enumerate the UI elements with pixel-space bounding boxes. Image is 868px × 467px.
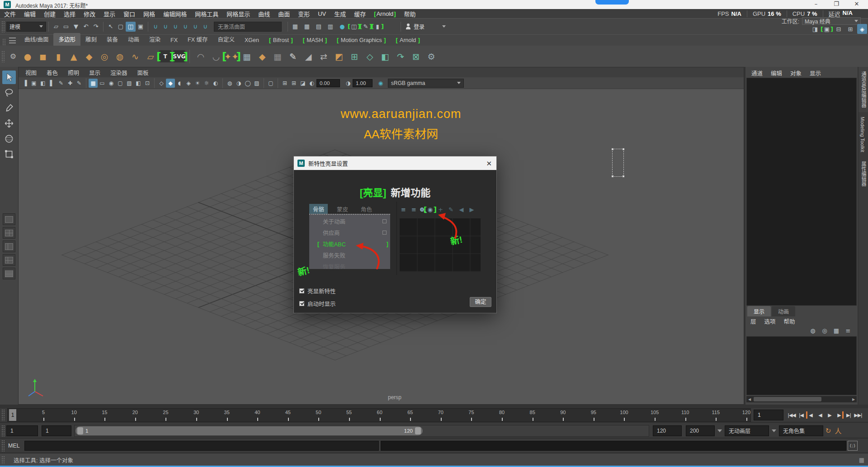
menu-item[interactable]: 曲线	[254, 9, 274, 18]
statusline-icon[interactable]: ∪	[160, 22, 170, 32]
statusline-icon[interactable]: ↶	[81, 22, 91, 32]
playback-start-field[interactable]: 1	[42, 425, 71, 436]
shelf-tab[interactable]: 装备	[102, 33, 123, 46]
statusline-icon[interactable]	[148, 22, 148, 32]
statusline-icon[interactable]: ↷	[91, 22, 101, 32]
menu-item[interactable]: 帮助	[400, 9, 420, 18]
shelf-icon[interactable]: ⇄	[317, 49, 330, 64]
example-menu-item[interactable]: 功能ABC	[309, 239, 390, 249]
range-start-handle[interactable]	[77, 427, 83, 434]
drag-handle[interactable]	[1, 440, 5, 452]
viewport-icon[interactable]: ▣	[29, 79, 38, 88]
shelf-icon[interactable]: ✎	[286, 49, 300, 64]
shelf-icon[interactable]: ◠	[194, 49, 208, 64]
shelf-tab[interactable]: Arnold	[391, 35, 425, 46]
channel-box-content[interactable]	[746, 78, 857, 306]
shelf-menu-icon[interactable]	[9, 38, 16, 43]
layer-editor-icon[interactable]: ▦	[831, 325, 841, 335]
shelf-tab[interactable]: 自定义	[213, 33, 240, 46]
shelf-icon[interactable]: ▦	[240, 49, 254, 64]
statusline-icon[interactable]: ▤	[314, 22, 324, 32]
statusline-icon[interactable]: ▼	[71, 22, 81, 32]
viewport-icon[interactable]: ◍	[225, 79, 234, 88]
scrollbar-thumb[interactable]	[754, 397, 821, 401]
dialog-close-button[interactable]: ✕	[486, 160, 492, 168]
shelf-icon[interactable]: ⚙	[425, 49, 438, 64]
layer-editor-menu-item[interactable]: 帮助	[780, 317, 799, 325]
playback-button[interactable]: |◀	[797, 410, 806, 420]
example-toolbar-icon[interactable]: +	[436, 205, 445, 214]
command-input-field[interactable]	[24, 441, 379, 451]
checkbox-checked[interactable]	[299, 301, 304, 306]
viewport-icon[interactable]: ✎	[75, 79, 84, 88]
viewport-icon[interactable]: ◑	[234, 79, 243, 88]
shelf-icon[interactable]: ▮	[52, 49, 65, 64]
close-button[interactable]: ✕	[850, 0, 863, 9]
channel-box-menu-item[interactable]: 通道	[747, 69, 767, 77]
channel-box-menu-item[interactable]: 显示	[806, 69, 825, 77]
panel-menu-item[interactable]: 照明	[63, 68, 84, 77]
shelf-icon[interactable]: ◎	[98, 49, 111, 64]
viewport-icon[interactable]: ☀	[193, 79, 202, 88]
playback-button[interactable]: ◀	[816, 410, 825, 420]
layout-three-pane-button[interactable]	[3, 254, 15, 266]
menu-item[interactable]: 曲面	[274, 9, 294, 18]
layout-single-pane-button[interactable]	[3, 213, 15, 225]
viewport-icon[interactable]: ▌	[47, 79, 57, 88]
statusline-icon[interactable]: ▢	[116, 22, 126, 32]
menu-item[interactable]: 编辑	[20, 9, 40, 18]
statusline-icon[interactable]: ∪	[180, 22, 190, 32]
statusline-icon[interactable]: ▥	[326, 22, 335, 32]
statusline-icon[interactable]: ▭	[61, 22, 71, 32]
horizontal-scrollbar[interactable]: ◀ ▶	[746, 396, 857, 402]
shelf-tab[interactable]: 渲染	[144, 33, 165, 46]
statusline-icon[interactable]: ∪	[151, 22, 160, 32]
shelf-icon[interactable]: ∿	[128, 49, 142, 64]
command-language-label[interactable]: MEL	[8, 443, 20, 449]
shelf-icon[interactable]: ◩	[332, 49, 346, 64]
character-set-field[interactable]: 无角色集	[779, 425, 823, 436]
viewport-icon[interactable]: ✚	[66, 79, 75, 88]
viewport-icon[interactable]: ▦	[89, 79, 98, 88]
menu-item[interactable]: 编辑网格	[159, 9, 191, 18]
example-menu-item[interactable]: 恢复服务	[309, 262, 390, 269]
example-toolbar-icon[interactable]: ≡	[410, 205, 418, 214]
shelf-tab[interactable]: FX	[165, 35, 183, 46]
menu-item[interactable]: Arnold	[370, 10, 400, 17]
shelf-icon[interactable]: ↷	[394, 49, 407, 64]
menu-item[interactable]: 修改	[80, 9, 99, 18]
viewport-icon[interactable]: ◉	[107, 79, 116, 88]
example-toolbar-icon[interactable]: ◉	[426, 205, 434, 214]
shelf-icon[interactable]: ●	[21, 49, 34, 64]
menu-item[interactable]: 网格工具	[191, 9, 222, 18]
layer-editor-icon[interactable]: ≡	[843, 325, 853, 335]
active-surface-field[interactable]: 无激活曲面	[214, 22, 282, 32]
layer-editor-tab[interactable]: 显示	[747, 306, 771, 316]
panel-menu-item[interactable]: 渲染器	[105, 68, 132, 77]
statusline-icon[interactable]: ∪	[170, 22, 180, 32]
corner-icon[interactable]: ◈	[857, 24, 867, 34]
panel-menu-item[interactable]: 视图	[20, 68, 42, 77]
shelf-icon[interactable]: T	[159, 50, 171, 62]
anim-layer-field[interactable]: 无动画层	[725, 425, 769, 436]
grid-toggle-icon[interactable]: ▦	[859, 457, 864, 463]
shelf-icon[interactable]: ◆	[82, 49, 96, 64]
shelf-icon[interactable]: SVG	[173, 50, 185, 62]
shelf-icon[interactable]: ▱	[144, 49, 157, 64]
maximize-button[interactable]: ❐	[830, 0, 843, 9]
gear-icon[interactable]: ⚙	[6, 52, 20, 61]
viewport-icon[interactable]	[278, 78, 278, 88]
statusline-icon[interactable]: ▣	[136, 22, 146, 32]
viewport-icon[interactable]: ◇	[157, 79, 166, 88]
shelf-icon[interactable]: ✦✦	[225, 49, 238, 64]
panel-menu-item[interactable]: 面板	[132, 68, 154, 77]
viewport-icon[interactable]: ✎	[57, 79, 66, 88]
statusline-icon[interactable]: ✎	[361, 22, 371, 32]
layer-editor-menu-item[interactable]: 选项	[760, 317, 780, 325]
playback-button[interactable]: ▶▶|	[854, 410, 863, 420]
viewport-icon[interactable]: ◧	[38, 79, 47, 88]
viewport-icon[interactable]: ◧	[134, 79, 143, 88]
playback-button[interactable]: |◀◀	[787, 410, 796, 420]
character-icon[interactable]: 人	[833, 426, 843, 436]
menu-item[interactable]: 窗口	[119, 9, 139, 18]
